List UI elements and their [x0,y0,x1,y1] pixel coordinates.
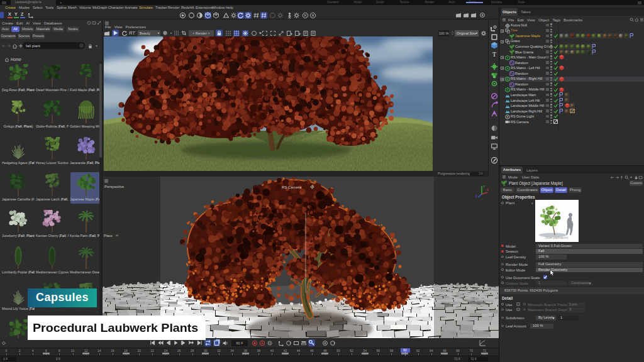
svg-text:(Acer palmatum): (Acer palmatum) [545,236,569,239]
svg-text:Z: Z [475,195,477,198]
svg-text:Y: Y [483,185,485,189]
svg-text:T: T [492,51,496,58]
svg-text:A: A [261,341,264,345]
svg-text:X: X [487,189,489,192]
